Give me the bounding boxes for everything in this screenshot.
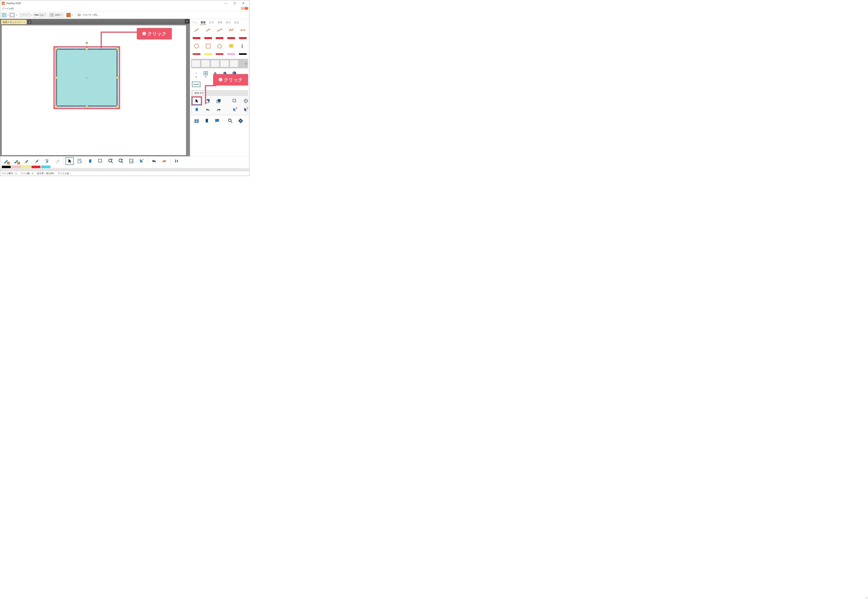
panel-close-icon[interactable]: ✕ [185, 19, 189, 23]
undo-tool[interactable] [203, 106, 212, 113]
hand-tool[interactable] [86, 157, 95, 165]
search-button[interactable] [226, 117, 235, 125]
size-3[interactable]: 3 [202, 71, 210, 78]
bookmark-button[interactable] [202, 117, 211, 125]
shape-selection[interactable] [55, 48, 118, 107]
line-tool[interactable] [192, 27, 202, 33]
properties-button[interactable]: プロパティ(P)... [82, 13, 99, 17]
fill-color-swatch[interactable] [2, 13, 6, 17]
tab-pen[interactable]: ペン [192, 20, 198, 25]
scroll-right-icon[interactable]: ▸ [246, 168, 249, 171]
delete-select-tool[interactable]: ✕ [230, 106, 239, 113]
tab-settings[interactable]: 設定 [234, 20, 240, 25]
layer-back-tool[interactable] [203, 97, 212, 105]
page[interactable]: ❷ クリック [2, 25, 186, 155]
highlight-color-swatch[interactable] [67, 13, 71, 17]
panels-button[interactable] [192, 117, 201, 125]
rectangle-shape[interactable] [56, 49, 117, 106]
op-2[interactable] [202, 61, 209, 67]
undo-button[interactable] [150, 157, 158, 165]
note-tool[interactable] [226, 43, 236, 49]
op-3[interactable] [211, 61, 219, 67]
square-tool[interactable] [203, 43, 213, 49]
line-style-dropdown[interactable]: ▾ [31, 14, 33, 16]
fill-color-dropdown[interactable]: ▾ [7, 14, 9, 16]
qc-black[interactable] [2, 166, 11, 168]
cb-yellow[interactable] [203, 51, 213, 57]
stroke-color-swatch[interactable] [10, 13, 15, 17]
section-tab-shapes[interactable]: 図形 (F2) [192, 91, 206, 95]
bar-3[interactable] [215, 35, 225, 41]
horizontal-scrollbar[interactable]: ◂ ▸ [0, 168, 249, 171]
goto-start-tool[interactable] [172, 157, 181, 165]
text-select-tool[interactable]: T [76, 157, 84, 165]
pen-orange-tool[interactable]: 2 [12, 157, 20, 165]
redo-button[interactable] [160, 157, 168, 165]
zoom-out-tool[interactable] [107, 157, 115, 165]
nav-prev-icon[interactable] [241, 7, 244, 10]
rotate-handle[interactable] [86, 42, 88, 44]
fit-page-tool[interactable]: 100 [127, 157, 135, 165]
close-button[interactable]: ✕ [239, 1, 248, 6]
select-cursor-tool[interactable] [65, 157, 74, 165]
dimension-tool[interactable] [238, 27, 248, 33]
bar-2[interactable] [203, 35, 213, 41]
cb-red2[interactable] [215, 51, 225, 57]
tab-add-button[interactable]: + [27, 20, 32, 24]
opacity-select[interactable]: 100% ▾ [49, 13, 63, 17]
pen-blue-tool[interactable]: 1 [2, 157, 10, 165]
bar-4[interactable] [226, 35, 236, 41]
arrow-tool[interactable] [203, 27, 213, 33]
qc-red[interactable] [31, 166, 40, 168]
redo-tool[interactable] [214, 106, 223, 113]
menu-file[interactable]: ファイル(F) [2, 7, 14, 10]
canvas-viewport[interactable]: ❷ クリック [0, 24, 190, 156]
comment-button[interactable] [212, 117, 222, 125]
double-arrow-tool[interactable] [215, 27, 225, 33]
op-1[interactable] [192, 61, 200, 67]
circle-tool[interactable] [192, 43, 202, 49]
line-weight-select[interactable]: 3 pt ▾ [34, 13, 46, 17]
cb-pink[interactable] [226, 51, 236, 57]
tab-shapes[interactable]: 図形 [200, 20, 206, 25]
pan-tool[interactable] [192, 106, 201, 113]
polyline-tool[interactable] [226, 27, 236, 33]
qc-pink[interactable] [12, 166, 21, 168]
tab-close-icon[interactable]: × [24, 21, 25, 23]
highlight-color-dropdown[interactable]: ▾ [71, 14, 73, 16]
marquee-tool[interactable] [96, 157, 105, 165]
scroll-left-icon[interactable]: ◂ [0, 169, 3, 171]
resize-handle-ml[interactable] [55, 76, 57, 79]
resize-handle-tl[interactable] [55, 48, 57, 50]
tab-view[interactable]: 表示 [225, 20, 232, 25]
resize-handle-mr[interactable] [116, 76, 119, 79]
resize-handle-tr[interactable] [116, 48, 119, 50]
cb-red[interactable] [192, 51, 202, 57]
line-style-select[interactable] [20, 13, 30, 17]
delete-all-tool[interactable]: ✕ [241, 106, 249, 113]
cb-black[interactable] [238, 51, 248, 57]
layer-front-tool[interactable] [214, 97, 223, 105]
resize-handle-bm[interactable] [85, 106, 88, 108]
maximize-button[interactable]: ☐ [230, 1, 239, 6]
settings-button[interactable] [236, 117, 245, 125]
brush-tool[interactable] [33, 157, 41, 165]
op-4[interactable] [220, 61, 228, 67]
select-area-tool[interactable] [230, 97, 239, 105]
qc-yellow[interactable] [22, 166, 31, 168]
pentagon-tool[interactable] [215, 43, 225, 49]
opacity-settings-icon[interactable]: ⚙ [245, 62, 247, 65]
scrollbar-track[interactable] [3, 168, 246, 171]
target-tool[interactable] [241, 97, 249, 105]
auto-select-tool[interactable] [137, 157, 146, 165]
resize-handle-tm[interactable] [85, 48, 88, 50]
size-4[interactable]: 4 [192, 71, 200, 78]
stroke-color-dropdown[interactable]: ▾ [16, 14, 17, 16]
op-5[interactable] [230, 61, 238, 67]
resize-handle-bl[interactable] [55, 106, 57, 108]
attachment-tool[interactable] [238, 43, 248, 49]
bar-1[interactable] [192, 35, 202, 41]
highlighter-tool[interactable] [22, 157, 31, 165]
zoom-in-tool[interactable] [117, 157, 125, 165]
center-handle[interactable] [85, 76, 88, 79]
